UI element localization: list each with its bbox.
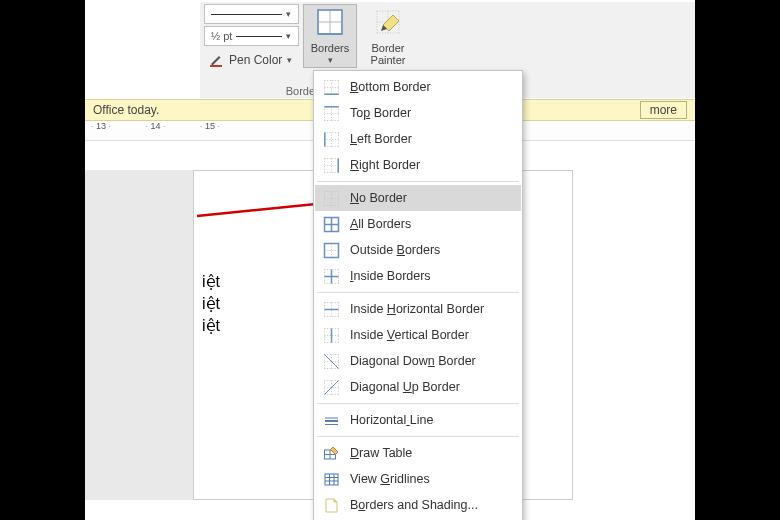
border-painter-button[interactable]: BorderPainter: [361, 4, 415, 68]
menu-item-iv[interactable]: Inside Vertical Border: [315, 322, 521, 348]
view-gridlines-icon: [322, 470, 340, 488]
menu-item-label: Inside Borders: [350, 269, 431, 283]
menu-item-label: Top Border: [350, 106, 411, 120]
border-in-v-icon: [322, 326, 340, 344]
menu-separator: [317, 403, 519, 404]
border-painter-label-1: Border: [371, 42, 404, 54]
menu-item-draw[interactable]: Draw Table: [315, 440, 521, 466]
menu-item-ddown[interactable]: Diagonal Down Border: [315, 348, 521, 374]
border-diag-down-icon: [322, 352, 340, 370]
ruler-tick: 15: [200, 121, 252, 131]
message-bar-text: Office today.: [93, 103, 159, 117]
menu-item-outside[interactable]: Outside Borders: [315, 237, 521, 263]
menu-item-ih[interactable]: Inside Horizontal Border: [315, 296, 521, 322]
menu-item-label: No Border: [350, 191, 407, 205]
menu-item-label: Borders and Shading...: [350, 498, 478, 512]
menu-item-top[interactable]: Top Border: [315, 100, 521, 126]
menu-item-hline[interactable]: Horizontal Line: [315, 407, 521, 433]
svg-rect-52: [324, 243, 338, 257]
pen-color-label: Pen Color: [229, 53, 282, 67]
pen-color-dropdown[interactable]: Pen Color ▾: [204, 49, 299, 71]
message-bar-more-button[interactable]: more: [640, 101, 687, 119]
borders-dropdown-menu[interactable]: Bottom BorderTop BorderLeft BorderRight …: [313, 70, 523, 520]
menu-item-all[interactable]: All Borders: [315, 211, 521, 237]
borders-split-button[interactable]: Borders ▾: [303, 4, 357, 68]
borders-icon: [315, 7, 345, 40]
border-painter-icon: [373, 7, 403, 40]
menu-item-bottom[interactable]: Bottom Border: [315, 74, 521, 100]
menu-separator: [317, 292, 519, 293]
menu-item-shade[interactable]: Borders and Shading...: [315, 492, 521, 518]
menu-item-label: Draw Table: [350, 446, 412, 460]
border-left-icon: [322, 130, 340, 148]
chevron-down-icon: ▾: [287, 55, 292, 65]
border-none-icon: [322, 189, 340, 207]
menu-item-label: Bottom Border: [350, 80, 431, 94]
menu-item-label: View Gridlines: [350, 472, 430, 486]
svg-rect-91: [325, 474, 338, 485]
borders-button-label: Borders: [311, 42, 350, 54]
line-style-dropdown[interactable]: ▾: [204, 4, 299, 24]
menu-item-dup[interactable]: Diagonal Up Border: [315, 374, 521, 400]
menu-item-label: Inside Horizontal Border: [350, 302, 484, 316]
border-painter-label-2: Painter: [371, 54, 406, 66]
menu-item-label: Outside Borders: [350, 243, 440, 257]
chevron-down-icon: ▾: [328, 55, 333, 65]
menu-item-left[interactable]: Left Border: [315, 126, 521, 152]
menu-separator: [317, 436, 519, 437]
page-gutter: [85, 170, 193, 500]
line-weight-label: ½ pt: [211, 30, 232, 42]
menu-item-label: All Borders: [350, 217, 411, 231]
border-diag-up-icon: [322, 378, 340, 396]
border-top-icon: [322, 104, 340, 122]
ruler-tick: 13: [91, 121, 143, 131]
hline-icon: [322, 411, 340, 429]
border-inside-icon: [322, 267, 340, 285]
border-in-h-icon: [322, 300, 340, 318]
svg-line-77: [324, 354, 338, 368]
menu-item-label: Diagonal Down Border: [350, 354, 476, 368]
svg-rect-0: [210, 65, 222, 67]
chevron-down-icon: ▾: [282, 31, 294, 41]
svg-line-84: [324, 380, 338, 394]
menu-item-label: Right Border: [350, 158, 420, 172]
menu-item-label: Diagonal Up Border: [350, 380, 460, 394]
menu-item-none[interactable]: No Border: [315, 185, 521, 211]
border-right-icon: [322, 156, 340, 174]
menu-item-grid[interactable]: View Gridlines: [315, 466, 521, 492]
menu-item-label: Horizontal Line: [350, 413, 433, 427]
menu-item-inside[interactable]: Inside Borders: [315, 263, 521, 289]
menu-item-label: Inside Vertical Border: [350, 328, 469, 342]
chevron-down-icon: ▾: [282, 9, 294, 19]
line-weight-dropdown[interactable]: ½ pt ▾: [204, 26, 299, 46]
ruler-tick: 14: [146, 121, 198, 131]
draw-table-icon: [322, 444, 340, 462]
border-bottom-icon: [322, 78, 340, 96]
doc-icon: [322, 496, 340, 514]
border-outside-icon: [322, 241, 340, 259]
pen-color-icon: [208, 52, 224, 68]
menu-item-right[interactable]: Right Border: [315, 152, 521, 178]
border-all-icon: [322, 215, 340, 233]
menu-separator: [317, 181, 519, 182]
menu-item-label: Left Border: [350, 132, 412, 146]
